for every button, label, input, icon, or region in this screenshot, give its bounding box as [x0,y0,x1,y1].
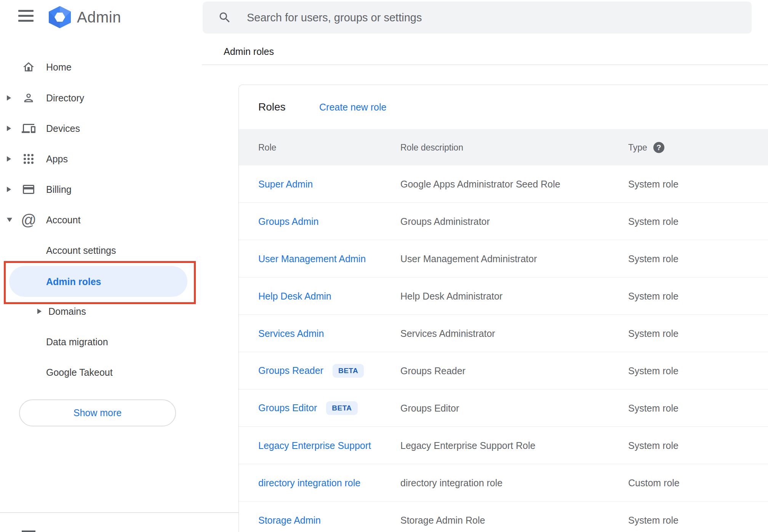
role-link[interactable]: Legacy Enterprise Support [258,440,371,451]
role-type: System role [628,440,678,451]
table-row: Groups Admin Groups Administrator System… [239,203,768,240]
role-link[interactable]: Groups Reader [258,365,323,376]
show-more-button[interactable]: Show more [19,399,176,426]
apps-grid-icon [21,152,36,166]
role-link[interactable]: User Management Admin [258,253,366,264]
sidebar-footer-divider [0,512,239,513]
header-divider [202,64,768,65]
sidebar-item-label: Domains [48,306,86,317]
breadcrumb: Admin roles [224,46,274,57]
sidebar-item-home[interactable]: Home [0,52,197,82]
sidebar-item-label: Admin roles [46,276,101,287]
sidebar-item-label: Devices [46,123,80,134]
role-link[interactable]: Groups Editor [258,402,317,413]
roles-card: Roles Create new role Role Role descript… [238,85,768,532]
table-row: Super Admin Google Apps Administrator Se… [239,165,768,203]
role-description: User Management Administrator [400,253,537,264]
role-type: Custom role [628,477,680,488]
expand-arrow-icon[interactable] [7,156,11,162]
table-header-row: Role Role description Type ? [239,129,768,165]
sidebar: Admin Home Directory Devices Apps [0,0,197,532]
role-description: Groups Administrator [400,216,490,227]
role-description: Help Desk Administrator [400,290,502,301]
devices-icon [21,121,36,136]
role-description: Legacy Enterprise Support Role [400,440,535,451]
table-row: Groups Editor BETA Groups Editor System … [239,389,768,427]
search-bar[interactable] [203,2,752,34]
sidebar-item-label: Home [46,62,72,73]
search-input[interactable] [246,11,752,24]
sidebar-item-apps[interactable]: Apps [0,144,197,174]
role-type: System role [628,402,678,413]
expand-arrow-icon[interactable] [7,187,11,192]
sidebar-item-admin-roles[interactable]: Admin roles [9,266,187,297]
sidebar-item-label: Billing [46,184,72,195]
admin-hexagon-logo-icon [49,6,71,28]
role-description: Storage Admin Role [400,514,485,526]
role-type: System role [628,253,678,264]
search-icon [218,11,232,24]
column-header-type-label: Type [628,142,647,152]
role-type: System role [628,514,678,526]
person-icon [21,91,36,105]
role-description: Services Administrator [400,328,495,339]
sidebar-item-data-migration[interactable]: Data migration [0,330,197,354]
sidebar-item-label: Google Takeout [46,367,113,378]
create-new-role-link[interactable]: Create new role [319,102,386,113]
app-logo: Admin [49,5,121,29]
partial-bottom-icon [22,530,35,532]
role-type: System role [628,365,678,376]
role-type: System role [628,290,678,301]
credit-card-icon [21,182,36,197]
sidebar-item-label: Data migration [46,337,108,348]
sidebar-item-label: Account [46,215,80,226]
table-row: Storage Admin Storage Admin Role System … [239,502,768,532]
collapse-arrow-icon[interactable] [7,218,12,222]
sidebar-item-devices[interactable]: Devices [0,113,197,144]
table-row: directory integration role directory int… [239,464,768,502]
role-link[interactable]: Super Admin [258,178,313,189]
beta-badge: BETA [326,401,357,415]
home-icon [21,60,36,74]
sidebar-item-account[interactable]: @ Account [0,205,197,235]
expand-arrow-icon[interactable] [7,126,11,131]
sidebar-item-directory[interactable]: Directory [0,83,197,113]
help-icon[interactable]: ? [653,142,664,153]
column-header-type: Type ? [628,142,664,153]
table-row: Help Desk Admin Help Desk Administrator … [239,277,768,315]
table-body: Super Admin Google Apps Administrator Se… [239,165,768,532]
expand-arrow-icon[interactable] [37,309,42,314]
role-type: System role [628,216,678,227]
card-title: Roles [258,101,286,113]
column-header-description: Role description [400,142,463,152]
role-description: Groups Editor [400,402,459,413]
role-description: directory integration role [400,477,502,488]
role-type: System role [628,328,678,339]
roles-card-header: Roles Create new role [239,85,768,129]
role-link[interactable]: Help Desk Admin [258,290,331,301]
table-row: Services Admin Services Administrator Sy… [239,315,768,352]
hamburger-menu-icon[interactable] [18,9,34,22]
table-row: User Management Admin User Management Ad… [239,240,768,277]
column-header-role: Role [258,142,276,152]
role-link[interactable]: Services Admin [258,328,324,339]
role-link[interactable]: Groups Admin [258,216,318,227]
expand-arrow-icon[interactable] [7,95,11,101]
at-sign-icon: @ [21,213,36,227]
table-row: Groups Reader BETA Groups Reader System … [239,352,768,389]
sidebar-item-domains[interactable]: Domains [0,299,197,324]
sidebar-item-label: Account settings [46,245,116,256]
sidebar-item-google-takeout[interactable]: Google Takeout [0,360,197,385]
role-link[interactable]: Storage Admin [258,514,321,526]
sidebar-item-label: Directory [46,93,84,104]
beta-badge: BETA [333,364,364,378]
role-type: System role [628,178,678,189]
role-link[interactable]: directory integration role [258,477,360,488]
app-title: Admin [77,9,121,26]
role-description: Google Apps Administrator Seed Role [400,178,560,189]
sidebar-item-label: Apps [46,154,68,165]
table-row: Legacy Enterprise Support Legacy Enterpr… [239,427,768,464]
sidebar-item-billing[interactable]: Billing [0,174,197,205]
role-description: Groups Reader [400,365,466,376]
sidebar-item-account-settings[interactable]: Account settings [0,238,197,263]
